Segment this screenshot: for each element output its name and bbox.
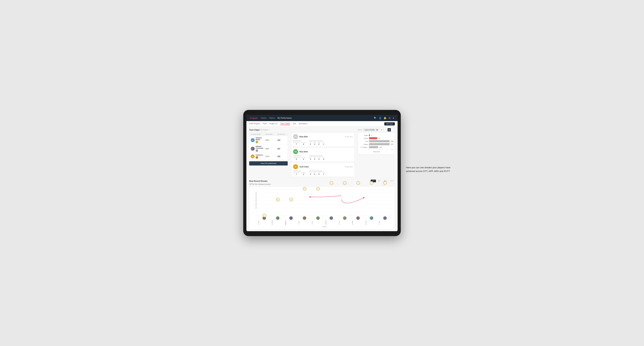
avatar-icon[interactable]: ● [393,117,394,119]
player-label-5: E. Crossman [325,220,327,225]
activities-label: Total Practice Activities [309,140,325,142]
nav-teams[interactable]: Teams [269,117,275,119]
tab-pgat[interactable]: PGAT Players [249,123,260,125]
tablet-screen: clippd Home Teams My Performance 🔍 👤 🔔 ⚙… [246,115,398,231]
nav-icons: 🔍 👤 🔔 ⚙ ● [374,117,394,119]
player-count-label: 14 Players [261,129,268,131]
streak-bubble-8: 3x [370,181,373,185]
card-avatar: RB [293,134,298,139]
player-name-label-6: D. Ford [338,216,351,225]
player-avatar-8 [370,216,373,220]
streak-bubble-1: 6x [276,198,280,201]
table-row[interactable]: EC Edward Crossman 2 18/20 107 [249,144,288,153]
rounds-label: Total Rounds [293,140,306,142]
nav-home[interactable]: Home [261,117,266,119]
grid-view-btn[interactable]: ⊞ [380,128,383,132]
player-info: RB Richard Butler 1 [251,137,265,143]
player-name-label-7: M. Miller [352,216,364,225]
card-player-name: Rees Britt [300,151,308,153]
player-name-label-8: R. Butler [366,216,378,225]
card-date: 02 Sep 2023 [345,136,352,138]
player-card: RB Rees Britt 02 Sep 2023 Total Rounds T… [291,133,354,147]
player-name: Edward Crossman [256,146,265,149]
player-rank: 3 [256,156,258,159]
player-name-label-5: E. Crossman [325,216,338,225]
player-avatar-4 [316,216,320,220]
streak-col: 4x [325,159,338,215]
tab-pga[interactable]: PGA [263,123,266,125]
x-label-400: 400 [391,149,393,150]
list-view-btn[interactable]: ≡ [384,128,387,132]
player-avatar-2 [289,216,293,220]
tab-all-players[interactable]: All Players [299,123,307,125]
bell-icon[interactable]: 🔔 [384,117,386,119]
tablet-frame: clippd Home Teams My Performance 🔍 👤 🔔 ⚙… [243,110,401,236]
card-avatar: RB [293,149,298,154]
pb-score: 19/20 [265,139,278,141]
player-avatar-9 [383,216,387,220]
streaks-title: Best Round Streaks [249,180,268,182]
bar-label: Birdies [360,138,368,139]
card-header: RB Rees Britt 02 Sep 2023 [293,134,352,139]
player-name: Cameron... [256,154,264,156]
card-view-btn[interactable]: ▦ [388,128,391,132]
pb-avg: 103 [278,156,286,158]
detail-view-btn[interactable]: ⋮ [391,128,395,132]
settings-icon[interactable]: ⚙ [388,117,390,119]
streak-bubble-5: 4x [330,181,333,185]
player-info: CA Cameron... 3 [251,154,265,159]
x-axis-label: Players [256,226,393,227]
search-icon[interactable]: 🔍 [374,117,376,119]
player-name: Richard Butler [256,137,265,141]
bar-label: Eagles [360,135,368,136]
annotation-text: Here you can see streaks your players ha… [406,166,453,173]
card-avatar: JC [293,164,298,169]
table-row[interactable]: RB Richard Butler 1 19/20 110 [249,136,288,144]
streak-col: 3x [379,140,391,215]
view-full-leaderboard-button[interactable]: View Full Leaderboard [249,161,288,166]
tab-hcaps[interactable]: Hcaps 1-5 [270,123,278,125]
nav-links: Home Teams My Performance [261,117,370,119]
streak-col: 6x [272,197,284,215]
player-avatar-7 [356,216,360,220]
player-name-label-2: D. Billingham [285,216,297,225]
player-label-8: R. Butler [366,220,366,225]
player-rank: 2 [256,149,258,152]
streak-col: 4x [352,159,364,215]
avatar: EC [251,147,254,151]
col-pb-avg: PB AVG SQ [278,134,286,135]
streak-col: 3x [366,140,378,215]
show-label: Show [358,129,362,131]
card-stats: Total Rounds Tournament 7 Practice [293,140,352,145]
tab-team-clippd[interactable]: Team Clippd [280,123,290,125]
player-label-3: J. Coles [298,220,300,225]
bar-birdies [369,137,377,139]
player-label-6: D. Ford [338,220,340,225]
user-icon[interactable]: 👤 [379,117,382,119]
add-team-button[interactable]: Add Team [384,122,395,126]
chart-row-eagles: Eagles 3 [360,134,393,136]
player-avatar-6 [343,216,346,220]
pb-avg: 107 [278,148,286,150]
tab-bar: PGAT Players PGA Hcaps 1-5 Team Clippd T… [246,121,398,127]
player-label-2: D. Billingham [285,220,287,225]
player-name-label-4: R. Britt [312,216,324,225]
player-label-0: E. Ebert [258,220,259,225]
card-player-name: Rees Britt [300,136,308,138]
avatar: CA [251,155,254,158]
player-avatar-1 [276,216,280,220]
team-name: Team Clippd [249,129,260,131]
nav-my-performance[interactable]: My Performance [278,117,292,119]
col-player-name: PLAYER NAME [251,134,265,135]
tab-tour[interactable]: Tour [293,123,296,125]
player-name-label-9: C. Quick [379,216,391,225]
table-row[interactable]: CA Cameron... 3 17/20 103 [249,153,288,160]
period-select[interactable]: Last 3 months [363,128,379,131]
streak-col: 6x [285,197,298,215]
col-pb-score: PB SCORE [265,134,278,135]
edit-icon[interactable]: ✏ [269,129,270,131]
player-label-7: M. Miller [352,220,353,225]
app-logo: clippd [250,117,258,119]
bar-eagles [369,134,370,136]
bar-value: 96 [378,138,380,139]
